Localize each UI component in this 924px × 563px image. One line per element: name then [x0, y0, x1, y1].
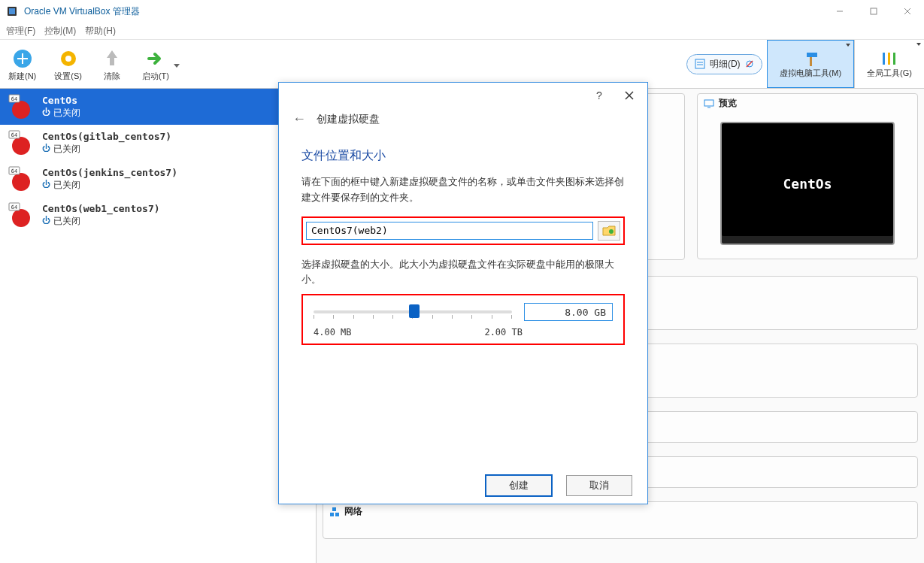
power-icon: ⏻ — [42, 216, 50, 226]
svg-rect-20 — [893, 53, 895, 65]
svg-rect-3 — [871, 8, 877, 14]
svg-point-21 — [12, 101, 30, 119]
dialog-close-button[interactable] — [614, 84, 644, 107]
vm-os-icon: 64 — [8, 165, 35, 192]
dialog-description: 请在下面的框中键入新建虚拟硬盘文件的名称，或单击文件夹图标来选择创建文件要保存到… — [301, 174, 625, 206]
monitor-icon — [704, 98, 714, 109]
svg-rect-11 — [695, 59, 704, 68]
vm-name: CentOs(gitlab_centos7) — [42, 131, 171, 144]
maximize-button[interactable] — [856, 0, 890, 23]
svg-rect-37 — [332, 507, 336, 511]
svg-text:64: 64 — [11, 132, 17, 138]
svg-text:64: 64 — [11, 96, 17, 102]
menu-help[interactable]: 帮助(H) — [85, 25, 116, 38]
size-row-highlight: 8.00 GB 4.00 MB 2.00 TB — [301, 294, 625, 345]
svg-text:64: 64 — [11, 168, 17, 174]
svg-point-30 — [12, 209, 30, 227]
vm-name: CentOs(web1_centos7) — [42, 203, 160, 216]
svg-point-24 — [12, 137, 30, 155]
start-button[interactable]: 启动(T) — [137, 44, 174, 84]
start-icon — [144, 47, 168, 71]
chevron-down-icon — [846, 44, 850, 47]
vm-os-icon: 64 — [8, 93, 35, 120]
size-slider[interactable] — [314, 304, 512, 319]
gear-icon — [56, 47, 80, 71]
global-tools-tab[interactable]: 全局工具(G) — [854, 40, 924, 88]
slider-thumb[interactable] — [409, 304, 420, 318]
discard-button[interactable]: 清除 — [95, 44, 129, 84]
svg-rect-19 — [888, 53, 890, 65]
filename-row-highlight — [301, 216, 625, 245]
cancel-button[interactable]: 取消 — [566, 475, 632, 496]
menu-bar: 管理(F) 控制(M) 帮助(H) — [0, 23, 924, 39]
dialog-help-button[interactable]: ? — [584, 84, 614, 107]
vm-list: 64 CentOs ⏻已关闭 64 CentOs(gitlab_centos7)… — [0, 89, 317, 563]
new-icon — [11, 47, 35, 71]
tools-icon — [878, 50, 901, 68]
folder-icon — [602, 225, 616, 237]
vm-item[interactable]: 64 CentOs(jenkins_centos7) ⏻已关闭 — [0, 161, 316, 197]
app-icon — [6, 5, 18, 17]
filename-input[interactable] — [306, 222, 593, 240]
svg-rect-16 — [807, 53, 817, 57]
network-icon — [329, 507, 340, 517]
window-titlebar: Oracle VM VirtualBox 管理器 — [0, 0, 924, 23]
list-icon — [695, 59, 705, 69]
vm-os-icon: 64 — [8, 129, 35, 156]
pin-icon — [745, 59, 754, 68]
vm-item[interactable]: 64 CentOs(web1_centos7) ⏻已关闭 — [0, 197, 316, 233]
svg-text:64: 64 — [11, 204, 17, 210]
new-vm-button[interactable]: 新建(N) — [3, 44, 41, 84]
network-panel: 网络 — [323, 501, 918, 539]
power-icon: ⏻ — [42, 107, 50, 118]
menu-file[interactable]: 管理(F) — [6, 25, 35, 38]
svg-rect-17 — [810, 57, 812, 66]
slider-max-label: 2.00 TB — [484, 327, 523, 337]
svg-rect-33 — [704, 100, 713, 106]
svg-rect-36 — [335, 513, 339, 516]
create-button[interactable]: 创建 — [485, 474, 553, 497]
svg-rect-18 — [883, 53, 885, 65]
menu-control[interactable]: 控制(M) — [44, 25, 76, 38]
network-title: 网络 — [344, 505, 362, 518]
svg-rect-35 — [330, 513, 334, 516]
svg-rect-1 — [9, 8, 15, 14]
slider-min-label: 4.00 MB — [314, 327, 352, 337]
detail-toggle[interactable]: 明细(D) — [686, 54, 762, 74]
close-button[interactable] — [890, 0, 924, 23]
chevron-down-icon — [916, 43, 921, 46]
minimize-button[interactable] — [823, 0, 856, 23]
svg-point-40 — [609, 229, 613, 234]
vm-item[interactable]: 64 CentOs(gitlab_centos7) ⏻已关闭 — [0, 125, 316, 161]
discard-icon — [100, 47, 124, 71]
hammer-icon — [799, 50, 822, 68]
vm-name: CentOs — [42, 95, 80, 107]
vm-os-icon: 64 — [8, 201, 35, 229]
power-icon: ⏻ — [42, 180, 50, 190]
preview-panel: 预览 CentOs — [697, 93, 918, 259]
power-icon: ⏻ — [42, 144, 50, 154]
dialog-size-description: 选择虚拟硬盘的大小。此大小为虚拟硬盘文件在实际硬盘中能用的极限大小。 — [301, 257, 625, 289]
window-title: Oracle VM VirtualBox 管理器 — [24, 5, 140, 18]
preview-thumbnail[interactable]: CentOs — [720, 122, 895, 245]
dialog-heading: 文件位置和大小 — [301, 148, 625, 164]
svg-point-10 — [65, 56, 71, 62]
vm-tools-tab[interactable]: 虚拟电脑工具(M) — [767, 40, 855, 88]
dialog-title: 创建虚拟硬盘 — [317, 113, 380, 126]
vm-item[interactable]: 64 CentOs ⏻已关闭 — [0, 89, 316, 125]
vm-name: CentOs(jenkins_centos7) — [42, 167, 177, 180]
size-value-field[interactable]: 8.00 GB — [524, 303, 613, 321]
settings-button[interactable]: 设置(S) — [49, 44, 87, 84]
create-disk-dialog: ? ← 创建虚拟硬盘 文件位置和大小 请在下面的框中键入新建虚拟硬盘文件的名称，… — [278, 82, 648, 504]
preview-title: 预览 — [719, 97, 737, 110]
svg-point-27 — [12, 173, 30, 191]
browse-button[interactable] — [598, 221, 620, 241]
back-button[interactable]: ← — [292, 111, 306, 127]
